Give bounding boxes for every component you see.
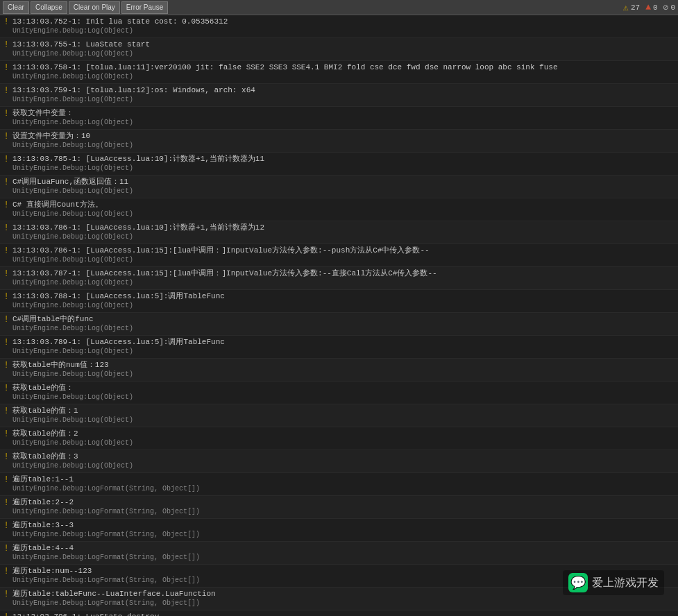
toolbar: Clear Collapse Clear on Play Error Pause…: [0, 0, 678, 15]
clear-on-play-button[interactable]: Clear on Play: [69, 1, 120, 14]
log-content: 13:13:03.789-1: [LuaAccess.lua:5]:调用Tabl…: [11, 336, 677, 357]
log-line1: 13:13:03.752-1: Init lua state cost: 0.0…: [12, 17, 675, 26]
log-entry[interactable]: !13:13:03.759-1: [tolua.lua:12]:os: Wind…: [0, 84, 678, 107]
log-content: 获取table中的num值：123UnityEngine.Debug:Log(O…: [11, 359, 677, 380]
log-content: 遍历table:2--2UnityEngine.Debug:LogFormat(…: [11, 497, 677, 517]
log-line1: 13:13:03.755-1: LuaState start: [12, 40, 675, 49]
log-content: 获取文件中变量：UnityEngine.Debug:Log(Object): [11, 108, 677, 128]
log-entry[interactable]: !13:13:03.786-1: [LuaAccess.lua:15]:[lua…: [0, 244, 678, 267]
log-icon: !: [1, 474, 11, 485]
log-icon: !: [1, 245, 11, 256]
log-line2: UnityEngine.Debug:Log(Object): [12, 438, 675, 448]
log-entry[interactable]: !获取table的值：3UnityEngine.Debug:Log(Object…: [0, 450, 678, 473]
log-entry[interactable]: !遍历table:4--4UnityEngine.Debug:LogFormat…: [0, 542, 678, 565]
log-line2: UnityEngine.Debug:Log(Object): [12, 141, 675, 151]
log-content: 获取table的值：UnityEngine.Debug:Log(Object): [11, 382, 677, 403]
log-line1: 13:13:03.788-1: [LuaAccess.lua:5]:调用Tabl…: [12, 291, 675, 301]
log-entry[interactable]: !13:13:03.752-1: Init lua state cost: 0.…: [0, 15, 678, 38]
log-line1: 13:13:03.796-1: LuaState destroy: [12, 612, 675, 616]
log-line2: UnityEngine.Debug:Log(Object): [12, 347, 675, 357]
log-entry[interactable]: !C#调用LuaFunc,函数返回值：11UnityEngine.Debug:L…: [0, 176, 678, 198]
log-entry[interactable]: !13:13:03.789-1: [LuaAccess.lua:5]:调用Tab…: [0, 336, 678, 359]
log-icon: !: [1, 39, 11, 50]
log-entry[interactable]: !13:13:03.758-1: [tolua.lua:11]:ver20100…: [0, 61, 678, 84]
log-content: 获取table的值：2UnityEngine.Debug:Log(Object): [11, 428, 677, 449]
warning-count-container: ⚠ 27: [623, 2, 640, 13]
log-entry[interactable]: !13:13:03.785-1: [LuaAccess.lua:10]:计数器+…: [0, 153, 678, 176]
log-icon: !: [1, 199, 11, 210]
log-line2: UnityEngine.Debug:Log(Object): [12, 301, 675, 311]
log-line1: C# 直接调用Count方法。: [12, 200, 675, 209]
collapse-button[interactable]: Collapse: [31, 1, 67, 14]
log-entry[interactable]: !设置文件中变量为：10UnityEngine.Debug:Log(Object…: [0, 130, 678, 153]
log-entry[interactable]: !13:13:03.755-1: LuaState startUnityEngi…: [0, 38, 678, 61]
log-entry[interactable]: !获取table的值：UnityEngine.Debug:Log(Object): [0, 382, 678, 404]
log-icon: !: [1, 611, 11, 616]
log-line2: UnityEngine.Debug:Log(Object): [12, 393, 675, 402]
log-content: 13:13:03.758-1: [tolua.lua:11]:ver20100 …: [11, 62, 677, 83]
log-content: 遍历table:3--3UnityEngine.Debug:LogFormat(…: [11, 520, 677, 540]
log-content: C# 直接调用Count方法。UnityEngine.Debug:Log(Obj…: [11, 199, 677, 220]
log-icon: !: [1, 153, 11, 164]
log-line2: UnityEngine.Debug:Log(Object): [12, 118, 675, 128]
log-entry[interactable]: !获取table中的num值：123UnityEngine.Debug:Log(…: [0, 359, 678, 382]
log-content: 13:13:03.752-1: Init lua state cost: 0.0…: [11, 16, 677, 37]
log-line2: UnityEngine.Debug:Log(Object): [12, 95, 675, 105]
log-line2: UnityEngine.Debug:Log(Object): [12, 26, 675, 36]
warning-count: 27: [631, 3, 640, 12]
log-line1: 13:13:03.785-1: [LuaAccess.lua:10]:计数器+1…: [12, 154, 675, 164]
log-entry[interactable]: !获取文件中变量：UnityEngine.Debug:Log(Object): [0, 107, 678, 130]
log-icon: !: [1, 497, 11, 508]
log-entry[interactable]: !遍历table:2--2UnityEngine.Debug:LogFormat…: [0, 496, 678, 519]
log-line1: 遍历table:1--1: [12, 474, 675, 484]
log-icon: !: [1, 291, 11, 302]
log-icon: !: [1, 268, 11, 279]
log-content: 获取table的值：1UnityEngine.Debug:Log(Object): [11, 405, 677, 426]
log-icon: !: [1, 130, 11, 142]
log-entry[interactable]: !13:13:03.788-1: [LuaAccess.lua:5]:调用Tab…: [0, 290, 678, 313]
log-entry[interactable]: !遍历table:3--3UnityEngine.Debug:LogFormat…: [0, 519, 678, 542]
log-content: 13:13:03.787-1: [LuaAccess.lua:15]:[lua中…: [11, 268, 677, 289]
log-icon: !: [1, 382, 11, 393]
log-icon: !: [1, 108, 11, 119]
log-icon: !: [1, 520, 11, 531]
log-entry[interactable]: !C# 直接调用Count方法。UnityEngine.Debug:Log(Ob…: [0, 198, 678, 221]
log-icon: !: [1, 62, 11, 73]
error-pause-button[interactable]: Error Pause: [121, 1, 168, 14]
clear-button[interactable]: Clear: [3, 1, 29, 14]
log-line2: UnityEngine.Debug:Log(Object): [12, 278, 675, 288]
log-content: 获取table的值：3UnityEngine.Debug:Log(Object): [11, 451, 677, 472]
log-line1: 获取table的值：2: [12, 429, 675, 438]
log-content: 13:13:03.786-1: [LuaAccess.lua:10]:计数器+1…: [11, 222, 677, 243]
watermark: 💬 爱上游戏开发: [563, 570, 664, 595]
log-content: 13:13:03.759-1: [tolua.lua:12]:os: Windo…: [11, 85, 677, 105]
log-icon: !: [1, 314, 11, 325]
log-entry[interactable]: !获取table的值：2UnityEngine.Debug:Log(Object…: [0, 427, 678, 450]
log-line2: UnityEngine.Debug:LogFormat(String, Obje…: [12, 484, 675, 494]
log-icon: !: [1, 428, 11, 439]
log-icon: !: [1, 85, 11, 96]
log-content: 13:13:03.788-1: [LuaAccess.lua:5]:调用Tabl…: [11, 291, 677, 311]
log-line1: 遍历table:3--3: [12, 520, 675, 530]
log-entry[interactable]: !遍历table:1--1UnityEngine.Debug:LogFormat…: [0, 473, 678, 496]
log-content: 13:13:03.785-1: [LuaAccess.lua:10]:计数器+1…: [11, 153, 677, 174]
wechat-icon: 💬: [568, 573, 588, 592]
log-line2: UnityEngine.Debug:Log(Object): [12, 416, 675, 425]
log-line1: 遍历table:2--2: [12, 497, 675, 507]
log-line2: UnityEngine.Debug:Log(Object): [12, 324, 675, 334]
log-icon: !: [1, 359, 11, 370]
log-content: 遍历table:1--1UnityEngine.Debug:LogFormat(…: [11, 474, 677, 495]
log-entry[interactable]: !13:13:03.787-1: [LuaAccess.lua:15]:[lua…: [0, 267, 678, 290]
log-icon: !: [1, 565, 11, 576]
log-icon: !: [1, 176, 11, 187]
log-entry[interactable]: !获取table的值：1UnityEngine.Debug:Log(Object…: [0, 404, 678, 427]
log-line1: 13:13:03.787-1: [LuaAccess.lua:15]:[lua中…: [12, 268, 675, 278]
log-line1: 13:13:03.758-1: [tolua.lua:11]:ver20100 …: [12, 62, 675, 72]
log-entry[interactable]: !13:13:03.786-1: [LuaAccess.lua:10]:计数器+…: [0, 221, 678, 244]
log-icon: !: [1, 451, 11, 462]
error-icon: ▲: [645, 2, 651, 12]
info-count-container: ⊘ 0: [663, 2, 675, 13]
log-line1: 获取文件中变量：: [12, 108, 675, 118]
log-entry[interactable]: !13:13:03.796-1: LuaState destroyUnityEn…: [0, 610, 678, 616]
log-entry[interactable]: !C#调用table中的funcUnityEngine.Debug:Log(Ob…: [0, 313, 678, 336]
